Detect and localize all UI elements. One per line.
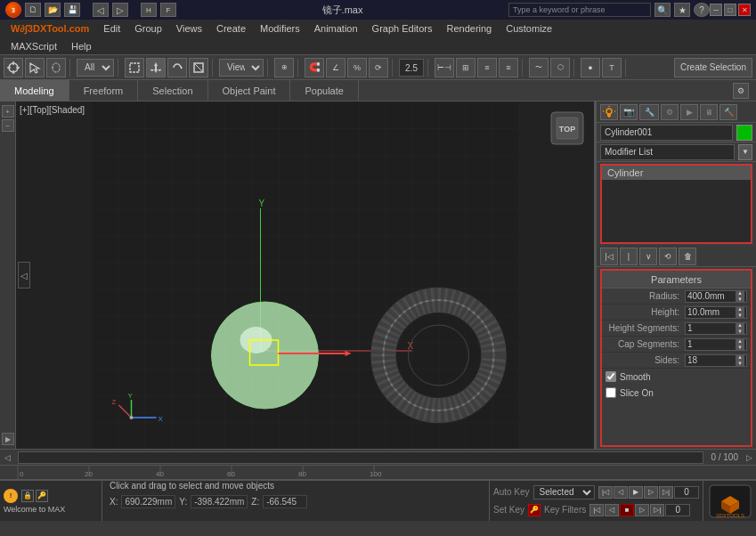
move-tool[interactable]	[146, 58, 166, 77]
modifier-list-dropdown[interactable]: Modifier List	[600, 144, 735, 160]
play-btn[interactable]: ▶	[629, 486, 643, 499]
radius-spinner[interactable]: ▲ ▼	[736, 290, 744, 303]
cap-segs-spinner[interactable]: ▲ ▼	[736, 338, 744, 351]
search-icon[interactable]: 🔍	[654, 3, 671, 17]
frame-input[interactable]	[674, 486, 699, 499]
schematic-btn[interactable]: ⬡	[550, 58, 570, 77]
select-btn[interactable]	[125, 58, 144, 77]
stack-show-btn[interactable]: ⟲	[659, 248, 677, 265]
autokey-select[interactable]: Selected	[533, 485, 595, 499]
panel-icon-motion[interactable]: ▶	[680, 104, 698, 120]
restore-btn[interactable]: □	[724, 4, 736, 16]
left-btn-3[interactable]: ▶	[2, 433, 14, 445]
hold-btn[interactable]: H	[141, 3, 157, 17]
extra-btn-1[interactable]: |◁	[589, 504, 604, 516]
panel-icon-light[interactable]	[600, 104, 618, 120]
select-object-tool[interactable]	[25, 58, 45, 77]
height-spinner[interactable]: ▲ ▼	[736, 306, 744, 319]
material-btn[interactable]: ●	[581, 58, 600, 77]
panel-icon-hierarchy[interactable]: ⚙	[661, 104, 679, 120]
smooth-checkbox[interactable]	[606, 371, 616, 382]
bookmark-icon[interactable]: ★	[674, 3, 690, 17]
stack-wire-btn[interactable]: ∨	[639, 248, 657, 265]
viewport-left-arrow[interactable]: ◁	[18, 262, 30, 288]
open-btn[interactable]: 📂	[45, 3, 61, 17]
set-key-btn[interactable]: 🔑	[528, 504, 541, 516]
sides-up[interactable]: ▲	[736, 354, 744, 361]
sides-spinner[interactable]: ▲ ▼	[736, 354, 744, 367]
radius-up[interactable]: ▲	[736, 290, 744, 296]
panel-icon-modify[interactable]: 🔧	[639, 104, 659, 120]
select-tool[interactable]	[4, 58, 23, 77]
left-btn-2[interactable]: −	[2, 119, 14, 132]
layer-btn[interactable]: ≡	[499, 58, 518, 77]
menu-graph-editors[interactable]: Graph Editors	[365, 21, 440, 36]
lasso-select-tool[interactable]	[46, 58, 66, 77]
fetch-btn[interactable]: F	[160, 3, 176, 17]
extra-btn-2[interactable]: ◁	[605, 504, 619, 516]
align-view-btn[interactable]: ≡	[477, 58, 497, 77]
status-key-btn[interactable]: 🔑	[36, 490, 48, 502]
stack-item-cylinder[interactable]: Cylinder	[602, 166, 751, 180]
scale-tool[interactable]	[189, 58, 208, 77]
height-down[interactable]: ▼	[736, 313, 744, 319]
tab-freeform[interactable]: Freeform	[69, 80, 139, 102]
tab-selection[interactable]: Selection	[138, 80, 207, 102]
frame-input-2[interactable]	[665, 504, 690, 516]
goto-start-btn[interactable]: |◁	[598, 486, 613, 499]
menu-create[interactable]: Create	[209, 21, 253, 36]
height-segs-down[interactable]: ▼	[736, 329, 744, 335]
tab-modeling[interactable]: Modeling	[0, 80, 69, 102]
menu-modifiers[interactable]: Modifiers	[253, 21, 307, 36]
mirror-btn[interactable]: ⊢⊣	[435, 58, 454, 77]
cap-segs-down[interactable]: ▼	[736, 345, 744, 351]
tab-object-paint[interactable]: Object Paint	[208, 80, 291, 102]
prev-frame-btn[interactable]: ◁	[614, 486, 628, 499]
menu-group[interactable]: Group	[127, 21, 169, 36]
status-lock-btn[interactable]: 🔒	[21, 490, 34, 502]
align-btn[interactable]: ⊞	[456, 58, 476, 77]
snap-angle-btn[interactable]: ∠	[326, 58, 345, 77]
create-selection-btn[interactable]: Create Selection	[674, 58, 752, 77]
minimize-btn[interactable]: ─	[710, 4, 722, 16]
height-segs-spinner[interactable]: ▲ ▼	[736, 322, 744, 335]
height-segs-up[interactable]: ▲	[736, 322, 744, 329]
timeline-track[interactable]	[18, 451, 703, 464]
snap-btn[interactable]: 🧲	[305, 58, 324, 77]
timeline-left-arrow[interactable]: ◁	[0, 450, 14, 466]
left-btn-1[interactable]: +	[2, 105, 14, 118]
tab-settings-icon[interactable]: ⚙	[733, 83, 749, 99]
timeline-right-arrow[interactable]: ▷	[742, 450, 756, 466]
extra-btn-5[interactable]: ▷|	[650, 504, 664, 516]
pivot-btn[interactable]: ⊕	[274, 58, 294, 77]
panel-icon-utilities[interactable]: 🔨	[719, 104, 737, 120]
rotate-tool[interactable]	[167, 58, 187, 77]
next-frame-btn[interactable]: ▷	[644, 486, 658, 499]
viewcube[interactable]: TOP	[548, 109, 587, 148]
menu-help[interactable]: Help	[64, 39, 99, 53]
cap-segs-up[interactable]: ▲	[736, 338, 744, 345]
menu-views[interactable]: Views	[169, 21, 209, 36]
curve-editor-btn[interactable]: 〜	[529, 58, 549, 77]
snap-percent-btn[interactable]: %	[347, 58, 367, 77]
goto-end-btn[interactable]: ▷|	[659, 486, 673, 499]
menu-edit[interactable]: Edit	[96, 21, 127, 36]
menu-rendering[interactable]: Rendering	[439, 21, 499, 36]
stack-pin-btn[interactable]: |◁	[600, 248, 618, 265]
extra-btn-3[interactable]: ■	[620, 504, 634, 516]
close-btn[interactable]: ✕	[738, 4, 751, 16]
slice-checkbox[interactable]	[606, 387, 616, 398]
menu-animation[interactable]: Animation	[307, 21, 365, 36]
reference-coord-dropdown[interactable]: View	[219, 59, 264, 77]
object-name-input[interactable]	[600, 125, 733, 141]
modifier-dropdown-arrow[interactable]: ▼	[738, 144, 752, 160]
height-up[interactable]: ▲	[736, 306, 744, 313]
stack-instance-btn[interactable]: |	[620, 248, 638, 265]
undo-btn[interactable]: ◁	[93, 3, 109, 17]
radius-down[interactable]: ▼	[736, 296, 744, 303]
render-setup-btn[interactable]: T	[602, 58, 622, 77]
panel-icon-display[interactable]: 🖥	[700, 104, 718, 120]
menu-maxscript[interactable]: MAXScript	[4, 39, 64, 53]
extra-btn-4[interactable]: ▷	[635, 504, 649, 516]
tab-populate[interactable]: Populate	[290, 80, 358, 102]
